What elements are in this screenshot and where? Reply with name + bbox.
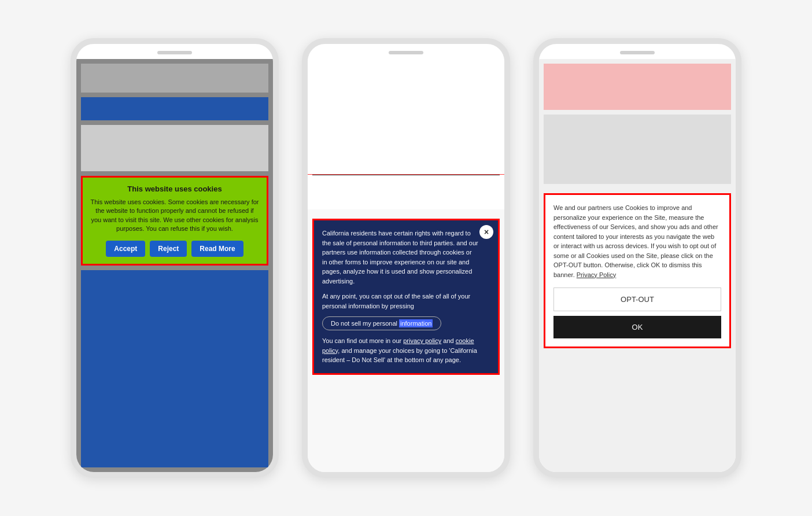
phone-2-speaker <box>389 51 423 54</box>
phone-2-cookie-text-1: California residents have certain rights… <box>322 228 490 286</box>
privacy-policy-link[interactable]: privacy policy <box>403 337 441 344</box>
phone-2-bottom-line <box>312 175 500 175</box>
phone-2-cookie-banner: × California residents have certain righ… <box>312 219 500 375</box>
phone-1-speaker <box>157 51 192 54</box>
phone-2-white-area <box>308 59 504 175</box>
reject-button[interactable]: Reject <box>150 241 187 257</box>
phone-3-gray-block <box>544 115 731 184</box>
phone-1-cookie-text: This website uses cookies. Some cookies … <box>90 198 260 234</box>
phone-1: This website uses cookies This website u… <box>71 38 279 478</box>
phone-2-info-text: You can find out more in our privacy pol… <box>322 336 490 365</box>
phone-3-pink-block <box>544 64 731 110</box>
close-button[interactable]: × <box>479 225 493 239</box>
phone-2-white-area-2 <box>308 175 504 209</box>
phone-1-blue-block-2 <box>81 270 268 467</box>
phone-2-content: × California residents have certain righ… <box>308 59 504 472</box>
phone-2-cookie-text-2: At any point, you can opt out of the sal… <box>322 292 490 311</box>
do-not-sell-button[interactable]: Do not sell my personal information <box>322 316 441 330</box>
phone-3-cookie-text: We and our partners use Cookies to impro… <box>553 203 721 279</box>
ok-button[interactable]: OK <box>553 316 721 338</box>
opt-out-button[interactable]: OPT-OUT <box>553 288 721 311</box>
phone-3-content: We and our partners use Cookies to impro… <box>539 59 736 472</box>
phone-2: × California residents have certain righ… <box>302 38 510 478</box>
phone-1-gray-block-2 <box>81 125 268 171</box>
phone-1-content: This website uses cookies This website u… <box>76 59 273 472</box>
phone-2-screen: × California residents have certain righ… <box>308 59 504 472</box>
accept-button[interactable]: Accept <box>106 241 145 257</box>
phone-1-blue-block <box>81 97 268 120</box>
phone-1-screen: This website uses cookies This website u… <box>76 59 273 472</box>
phone-3-speaker <box>620 51 655 54</box>
phones-container: This website uses cookies This website u… <box>47 15 765 501</box>
phone-3: We and our partners use Cookies to impro… <box>533 38 741 478</box>
read-more-button[interactable]: Read More <box>191 241 243 257</box>
phone-1-cookie-title: This website uses cookies <box>90 185 260 193</box>
phone-3-cookie-banner: We and our partners use Cookies to impro… <box>544 193 731 348</box>
highlighted-text: information <box>399 319 433 327</box>
phone-1-buttons: Accept Reject Read More <box>90 241 260 257</box>
phone-3-screen: We and our partners use Cookies to impro… <box>539 59 736 472</box>
phone-1-cookie-banner: This website uses cookies This website u… <box>81 176 268 266</box>
phone-1-gray-block-top <box>81 64 268 93</box>
cookie-policy-link[interactable]: cookie policy <box>322 337 474 354</box>
privacy-policy-link[interactable]: Privacy Policy <box>577 271 616 278</box>
